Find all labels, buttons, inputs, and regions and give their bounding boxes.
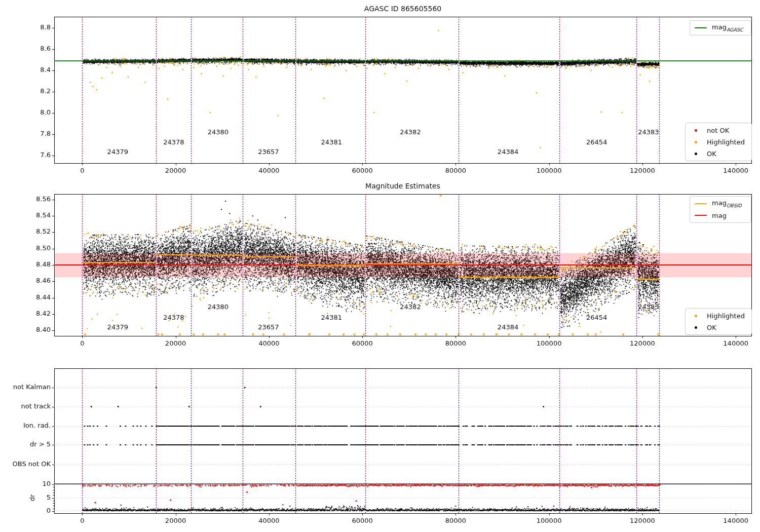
x-tick-label: 0 xyxy=(59,167,105,174)
x-tick-label: 80000 xyxy=(433,167,478,174)
y-tick-label: 8.42 xyxy=(5,310,51,317)
obsid-label: 24379 xyxy=(100,148,135,156)
x-tick-label: 140000 xyxy=(713,339,758,347)
dr-axis-label: dr xyxy=(28,483,36,513)
plot2-title: Magnitude Estimates xyxy=(54,182,751,190)
y-tick-label: 7.6 xyxy=(5,151,51,159)
legend-mag-lines: magOBSIDmag xyxy=(690,196,751,223)
plot1-title: AGASC ID 865605560 xyxy=(54,5,751,13)
legend-item-label: magOBSID xyxy=(712,199,742,208)
legend-item-label: Highlighted xyxy=(707,312,745,320)
y-tick-label: 8.56 xyxy=(5,195,51,203)
y-tick-label: 8.52 xyxy=(5,227,51,235)
obsid-label: 24378 xyxy=(156,314,192,321)
legend-item-label: mag xyxy=(712,212,727,219)
obsid-label: 26454 xyxy=(579,314,615,321)
legend-item: OK xyxy=(690,322,747,332)
obsid-label: 24382 xyxy=(393,128,428,136)
obsid-label: 24381 xyxy=(314,314,349,321)
obsid-label: 24382 xyxy=(393,303,428,311)
obsid-label: 24381 xyxy=(314,138,349,146)
obsid-label: 24378 xyxy=(156,138,192,146)
y-tick-label: 8.44 xyxy=(5,293,51,301)
x-tick-label: 20000 xyxy=(153,517,199,524)
legend-label-base: mag xyxy=(712,212,727,219)
y-tick-label: 8.50 xyxy=(5,244,51,252)
x-tick-label: 40000 xyxy=(246,339,292,347)
y-tick-label: 8.8 xyxy=(5,23,51,31)
x-tick-label: 100000 xyxy=(526,339,572,347)
legend-mag-agasc: magAGASC xyxy=(690,20,751,35)
legend-point-types-top: not OKHighlightedOK xyxy=(685,123,752,161)
legend-dot-marker-icon xyxy=(695,315,697,317)
legend-dot-marker-icon xyxy=(695,129,697,132)
y-tick-label: 7.8 xyxy=(5,130,51,137)
obsid-label: 23657 xyxy=(251,148,286,156)
legend-dot-marker-icon xyxy=(695,153,697,155)
x-tick-label: 100000 xyxy=(526,167,572,174)
y-tick-label: 8.4 xyxy=(5,66,51,73)
legend-item: Highlighted xyxy=(690,311,747,321)
legend-item: OK xyxy=(690,148,747,159)
legend-point-types-middle: HighlightedOK xyxy=(685,308,752,335)
x-tick-label: 60000 xyxy=(339,167,385,174)
x-tick-label: 60000 xyxy=(339,339,385,347)
x-tick-label: 20000 xyxy=(153,339,199,347)
x-tick-label: 20000 xyxy=(153,167,199,174)
y-category-label: not track xyxy=(5,402,51,410)
legend-label-subscript: OBSID xyxy=(727,203,742,208)
x-tick-label: 0 xyxy=(59,517,105,524)
legend-dot-marker-icon xyxy=(695,141,697,143)
y-category-label: OBS not OK xyxy=(5,460,51,468)
y-category-label: not Kalman xyxy=(5,383,51,391)
y-tick-label: 8.48 xyxy=(5,260,51,268)
legend-item: magAGASC xyxy=(695,23,746,33)
x-tick-label: 40000 xyxy=(246,167,292,174)
legend-line-marker-icon xyxy=(695,203,707,205)
x-tick-label: 0 xyxy=(59,339,105,347)
obsid-label: 24380 xyxy=(200,303,236,311)
y-tick-label: 8.0 xyxy=(5,108,51,116)
legend-item: not OK xyxy=(690,125,747,135)
x-tick-label: 120000 xyxy=(620,167,665,174)
legend-line-marker-icon xyxy=(695,215,707,216)
y-tick-label: 8.6 xyxy=(5,45,51,52)
x-tick-label: 120000 xyxy=(620,517,665,524)
legend-item: mag xyxy=(695,210,746,220)
legend-item-label: Highlighted xyxy=(707,138,745,146)
legend-item: magOBSID xyxy=(695,199,746,209)
obsid-label: 26454 xyxy=(579,138,615,146)
obsid-label: 24384 xyxy=(490,323,526,331)
y-tick-label: 8.2 xyxy=(5,87,51,95)
legend-dot-marker-icon xyxy=(695,326,697,329)
legend-item: Highlighted xyxy=(690,137,747,147)
x-tick-label: 80000 xyxy=(433,517,478,524)
legend-label-base: mag xyxy=(712,199,727,207)
y-category-label: dr > 5 xyxy=(5,440,51,448)
obsid-label: 23657 xyxy=(251,323,286,331)
legend-item-label: not OK xyxy=(707,127,729,134)
legend-label-base: mag xyxy=(712,23,727,31)
figure: AGASC ID 865605560 Magnitude Estimates 0… xyxy=(0,0,760,532)
x-tick-label: 140000 xyxy=(713,167,758,174)
legend-line-marker-icon xyxy=(695,27,707,29)
y-tick-label: 8.54 xyxy=(5,211,51,219)
legend-item-label: magAGASC xyxy=(712,23,743,32)
overlay: AGASC ID 865605560 Magnitude Estimates 0… xyxy=(0,0,760,532)
obsid-label: 24383 xyxy=(631,303,666,311)
obsid-label: 24380 xyxy=(200,128,236,136)
obsid-label: 24383 xyxy=(631,128,666,136)
x-tick-label: 80000 xyxy=(433,339,478,347)
x-tick-label: 40000 xyxy=(246,517,292,524)
obsid-label: 24379 xyxy=(100,323,135,331)
y-tick-label: 8.40 xyxy=(5,326,51,333)
legend-label-subscript: AGASC xyxy=(727,27,743,32)
legend-item-label: OK xyxy=(707,150,716,158)
y-tick-label: 8.46 xyxy=(5,277,51,284)
x-tick-label: 120000 xyxy=(620,339,665,347)
y-category-label: Ion. rad. xyxy=(5,422,51,429)
x-tick-label: 60000 xyxy=(339,517,385,524)
x-tick-label: 100000 xyxy=(526,517,572,524)
obsid-label: 24384 xyxy=(490,148,526,156)
x-tick-label: 140000 xyxy=(713,517,758,524)
